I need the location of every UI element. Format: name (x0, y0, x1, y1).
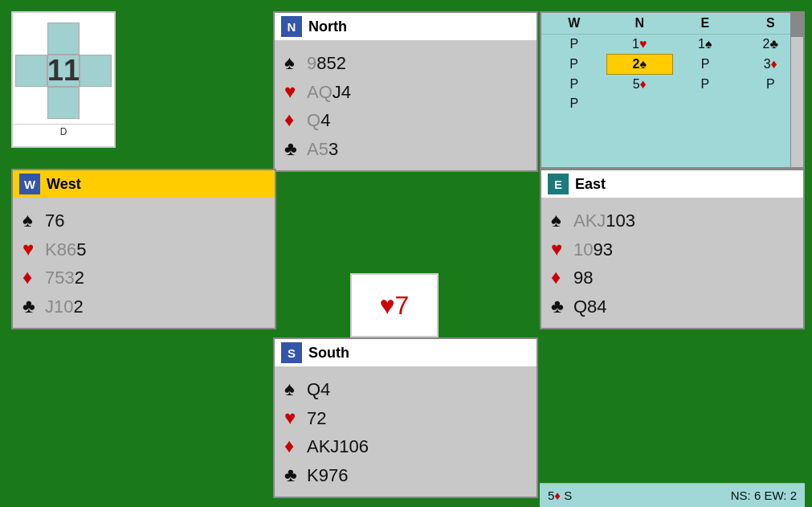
east-clubs: ♣ Q84 (551, 293, 794, 319)
north-clubs: ♣ A53 (284, 136, 527, 162)
spade-icon: ♠ (284, 50, 307, 75)
east-spades: ♠ AKJ103 (551, 207, 794, 233)
bid-w3: P (541, 75, 607, 95)
center-card-value: ♥7 (380, 291, 410, 321)
deal-box: 11 D (11, 11, 116, 148)
status-bar: 5♦ S NS: 6 EW: 2 (540, 483, 805, 507)
heart-icon: ♥ (284, 79, 307, 104)
north-header: N North (275, 13, 537, 40)
bid-e1: 1♠ (672, 35, 738, 55)
club-icon: ♣ (22, 293, 45, 318)
north-hearts: ♥ AQJ4 (284, 79, 527, 104)
spade-icon: ♠ (22, 207, 45, 232)
south-clubs: ♣ K976 (284, 462, 527, 488)
club-icon: ♣ (284, 462, 307, 487)
bid-row-1: P 1♥ 1♠ 2♣ (541, 35, 803, 55)
bid-w1: P (541, 35, 607, 55)
west-diamonds-played: 753 (45, 267, 75, 290)
south-header: S South (275, 339, 537, 366)
west-hearts-remaining: 5 (76, 239, 86, 262)
heart-icon: ♥ (22, 236, 45, 261)
cross-bl (15, 87, 47, 119)
west-clubs-remaining: 2 (73, 296, 83, 319)
north-spades: ♠ 9852 (284, 50, 527, 76)
east-label: East (575, 176, 606, 193)
east-diamonds: ♦ 98 (551, 264, 794, 290)
west-hearts: ♥ K865 (22, 236, 265, 262)
cross-left (15, 55, 47, 87)
west-panel: W West ♠ 76 ♥ K865 ♦ 7532 ♣ J102 (11, 169, 276, 329)
east-spades-remaining: 103 (606, 210, 635, 233)
bid-header-e: E (672, 13, 738, 35)
north-clubs-remaining: 3 (328, 138, 338, 162)
east-spades-played: AKJ (573, 210, 606, 233)
scrollbar-thumb (791, 13, 803, 37)
east-panel: E East ♠ AKJ103 ♥ 1093 ♦ 98 ♣ Q84 (540, 169, 805, 329)
bid-n4 (607, 94, 673, 113)
cross-right (80, 55, 112, 87)
cross-tl (15, 22, 47, 55)
west-spades-remaining: 76 (45, 210, 64, 233)
east-suits: ♠ AKJ103 ♥ 1093 ♦ 98 ♣ Q84 (541, 198, 803, 328)
bid-n2-highlight: 2♠ (607, 55, 673, 75)
north-spades-played: 9 (307, 52, 316, 76)
west-hearts-played: K86 (45, 239, 76, 262)
center-card: ♥7 (350, 273, 439, 337)
north-spades-remaining: 852 (316, 52, 346, 76)
cross-bottom (47, 87, 80, 119)
cross-center: 11 (47, 55, 80, 87)
west-diamonds-remaining: 2 (75, 267, 84, 290)
deal-dealer: D (13, 124, 114, 137)
north-panel: N North ♠ 9852 ♥ AQJ4 ♦ Q4 ♣ A53 (273, 11, 538, 172)
north-diamonds-remaining: 4 (320, 109, 330, 133)
cross-top (47, 22, 80, 55)
south-suits: ♠ Q4 ♥ 72 ♦ AKJ106 ♣ K976 (275, 366, 537, 497)
north-badge: N (281, 16, 302, 37)
south-spades-remaining: Q4 (307, 378, 330, 402)
north-hearts-played: AQ (307, 81, 333, 104)
cross-br (80, 87, 112, 119)
bid-e4 (672, 94, 738, 113)
east-diamonds-remaining: 98 (573, 267, 593, 290)
diamond-icon: ♦ (22, 264, 45, 289)
west-suits: ♠ 76 ♥ K865 ♦ 7532 ♣ J102 (13, 198, 275, 328)
south-hearts-remaining: 72 (307, 407, 326, 431)
north-clubs-played: A5 (307, 138, 328, 162)
contract-status: 5♦ S (548, 489, 572, 502)
west-badge: W (19, 174, 40, 194)
bid-header-n: N (607, 13, 673, 35)
south-spades: ♠ Q4 (284, 376, 527, 402)
deal-cross: 11 (15, 22, 112, 119)
cross-tr (80, 22, 112, 55)
deal-number: 11 (47, 56, 80, 85)
bid-n1: 1♥ (607, 35, 673, 55)
bid-row-3: P 5♦ P P (541, 75, 803, 95)
bid-w2: P (541, 55, 607, 75)
club-icon: ♣ (284, 136, 307, 161)
south-diamonds-remaining: AKJ106 (307, 435, 369, 459)
scrollbar[interactable] (790, 13, 803, 167)
north-hearts-remaining: J4 (333, 81, 351, 104)
heart-icon: ♥ (551, 236, 573, 261)
bid-w4: P (541, 94, 607, 113)
diamond-icon: ♦ (551, 264, 573, 289)
west-header: W West (13, 170, 275, 198)
club-icon: ♣ (551, 293, 573, 318)
bidding-table: W N E S P 1♥ 1♠ 2♣ P 2♠ P 3♦ P 5♦ P (541, 13, 803, 113)
diamond-icon: ♦ (284, 107, 307, 132)
south-clubs-remaining: K976 (307, 464, 348, 488)
south-badge: S (281, 342, 302, 363)
east-header: E East (541, 170, 803, 198)
north-diamonds: ♦ Q4 (284, 107, 527, 133)
heart-icon: ♥ (284, 405, 307, 430)
west-clubs-played: J10 (45, 296, 73, 319)
north-label: North (308, 18, 347, 35)
west-spades: ♠ 76 (22, 207, 265, 233)
diamond-icon: ♦ (284, 433, 307, 458)
bid-row-2: P 2♠ P 3♦ (541, 55, 803, 75)
east-badge: E (548, 174, 569, 194)
bid-e3: P (672, 75, 738, 95)
bid-header-w: W (541, 13, 607, 35)
south-diamonds: ♦ AKJ106 (284, 433, 527, 459)
bid-row-4: P (541, 94, 803, 113)
